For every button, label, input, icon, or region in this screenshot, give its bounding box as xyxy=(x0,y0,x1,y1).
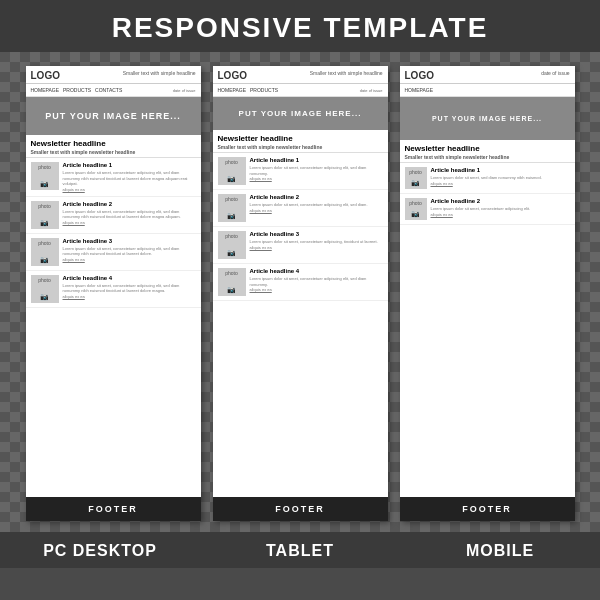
desktop-header: LOGO Smaller text with simple headline xyxy=(26,66,201,84)
tablet-photo-2: photo 📷 xyxy=(218,194,246,222)
tablet-newsletter-sub: Smaller text with simple newsletter head… xyxy=(218,144,383,150)
desktop-article-content-4: Article headline 4 Lorem ipsum dolor sit… xyxy=(63,275,196,299)
mobile-camera-icon-2: 📷 xyxy=(411,210,420,218)
mobile-article-link-2[interactable]: aliquis ex ea xyxy=(431,212,570,217)
tablet-article-link-1[interactable]: aliquis ex ea xyxy=(250,176,383,181)
desktop-article-4: photo 📷 Article headline 4 Lorem ipsum d… xyxy=(26,271,201,308)
mobile-footer: FOOTER xyxy=(400,497,575,521)
mobile-photo-label-2: photo xyxy=(409,200,422,206)
mobile-nav-links: HOMEPAGE xyxy=(405,87,434,93)
mobile-header-text: date of issue xyxy=(541,70,569,77)
label-mobile: MOBILE xyxy=(400,542,600,560)
mobile-photo-2: photo 📷 xyxy=(405,198,427,220)
tablet-newsletter: Newsletter headline Smaller text with si… xyxy=(213,130,388,153)
label-tablet: TABLET xyxy=(200,542,400,560)
mobile-article-content-1: Article headline 1 Lorem ipsum dolor sit… xyxy=(431,167,570,186)
tablet-newsletter-headline: Newsletter headline xyxy=(218,134,383,143)
mobile-nav-homepage[interactable]: HOMEPAGE xyxy=(405,87,434,93)
desktop-photo-2: photo 📷 xyxy=(31,201,59,229)
photo-label-1: photo xyxy=(38,164,51,170)
desktop-articles: photo 📷 Article headline 1 Lorem ipsum d… xyxy=(26,158,201,497)
desktop-article-link-4[interactable]: aliquis ex ea xyxy=(63,294,196,299)
desktop-article-link-1[interactable]: aliquis ex ea xyxy=(63,187,196,192)
desktop-article-text-2: Lorem ipsum dolor sit amet, consectetuer… xyxy=(63,209,196,220)
desktop-article-1: photo 📷 Article headline 1 Lorem ipsum d… xyxy=(26,158,201,197)
mobile-photo-1: photo 📷 xyxy=(405,167,427,189)
tablet-photo-1: photo 📷 xyxy=(218,157,246,185)
tablet-footer: FOOTER xyxy=(213,497,388,521)
tablet-camera-icon-2: 📷 xyxy=(227,212,236,220)
mobile-camera-icon-1: 📷 xyxy=(411,179,420,187)
photo-label-3: photo xyxy=(38,240,51,246)
desktop-nav: HOMEPAGE PRODUCTS CONTACTS date of issue xyxy=(26,84,201,97)
tablet-article-link-3[interactable]: aliquis ex ea xyxy=(250,245,383,250)
mobile-newsletter-headline: Newsletter headline xyxy=(405,144,570,153)
photo-label-2: photo xyxy=(38,203,51,209)
camera-icon-2: 📷 xyxy=(40,219,49,227)
tablet-photo-label-1: photo xyxy=(225,159,238,165)
mobile-article-content-2: Article headline 2 Lorem ipsum dolor sit… xyxy=(431,198,570,217)
desktop-article-content-2: Article headline 2 Lorem ipsum dolor sit… xyxy=(63,201,196,225)
mobile-header: LOGO date of issue xyxy=(400,66,575,84)
desktop-article-link-2[interactable]: aliquis ex ea xyxy=(63,220,196,225)
desktop-article-content-3: Article headline 3 Lorem ipsum dolor sit… xyxy=(63,238,196,262)
desktop-article-text-3: Lorem ipsum dolor sit amet, consectetuer… xyxy=(63,246,196,257)
nav-products[interactable]: PRODUCTS xyxy=(63,87,91,93)
desktop-footer: FOOTER xyxy=(26,497,201,521)
tablet-article-text-3: Lorem ipsum dolor sit amet, consectetuer… xyxy=(250,239,383,245)
tablet-article-link-4[interactable]: aliquis ex ea xyxy=(250,287,383,292)
label-desktop: PC DESKTOP xyxy=(0,542,200,560)
tablet-article-text-2: Lorem ipsum dolor sit amet, consectetuer… xyxy=(250,202,383,208)
mobile-article-headline-2: Article headline 2 xyxy=(431,198,570,204)
desktop-article-text-4: Lorem ipsum dolor sit amet, consectetuer… xyxy=(63,283,196,294)
mobile-logo: LOGO xyxy=(405,70,434,81)
tablet-article-link-2[interactable]: aliquis ex ea xyxy=(250,208,383,213)
nav-contacts[interactable]: CONTACTS xyxy=(95,87,122,93)
tablet-article-content-1: Article headline 1 Lorem ipsum dolor sit… xyxy=(250,157,383,181)
desktop-article-link-3[interactable]: aliquis ex ea xyxy=(63,257,196,262)
tablet-nav: HOMEPAGE PRODUCTS date of issue xyxy=(213,84,388,97)
tablet-template: LOGO Smaller text with simple headline H… xyxy=(213,66,388,521)
tablet-article-text-1: Lorem ipsum dolor sit amet, consectetuer… xyxy=(250,165,383,176)
page-title: RESPONSIVE TEMPLATE xyxy=(0,0,600,52)
mobile-article-photo-1: photo 📷 Article headline 1 Lorem ipsum d… xyxy=(400,163,575,194)
tablet-article-2: photo 📷 Article headline 2 Lorem ipsum d… xyxy=(213,190,388,227)
tablet-nav-products[interactable]: PRODUCTS xyxy=(250,87,278,93)
tablet-article-3: photo 📷 Article headline 3 Lorem ipsum d… xyxy=(213,227,388,264)
tablet-article-content-3: Article headline 3 Lorem ipsum dolor sit… xyxy=(250,231,383,250)
desktop-article-text-1: Lorem ipsum dolor sit amet, consectetuer… xyxy=(63,170,196,187)
camera-icon-1: 📷 xyxy=(40,180,49,188)
mobile-template: LOGO date of issue HOMEPAGE PUT YOUR IMA… xyxy=(400,66,575,521)
tablet-article-headline-1: Article headline 1 xyxy=(250,157,383,163)
nav-homepage[interactable]: HOMEPAGE xyxy=(31,87,60,93)
desktop-hero: PUT YOUR IMAGE HERE... xyxy=(26,97,201,135)
templates-area: LOGO Smaller text with simple headline H… xyxy=(0,52,600,532)
desktop-date: date of issue xyxy=(173,88,196,93)
desktop-photo-1: photo 📷 xyxy=(31,162,59,190)
tablet-camera-icon-4: 📷 xyxy=(227,286,236,294)
tablet-nav-links: HOMEPAGE PRODUCTS xyxy=(218,87,279,93)
desktop-article-content-1: Article headline 1 Lorem ipsum dolor sit… xyxy=(63,162,196,192)
mobile-nav: HOMEPAGE xyxy=(400,84,575,97)
tablet-date: date of issue xyxy=(360,88,383,93)
desktop-template: LOGO Smaller text with simple headline H… xyxy=(26,66,201,521)
desktop-newsletter-headline: Newsletter headline xyxy=(31,139,196,148)
tablet-article-4: photo 📷 Article headline 4 Lorem ipsum d… xyxy=(213,264,388,301)
tablet-camera-icon-3: 📷 xyxy=(227,249,236,257)
desktop-header-text: Smaller text with simple headline xyxy=(123,70,196,77)
desktop-article-3: photo 📷 Article headline 3 Lorem ipsum d… xyxy=(26,234,201,271)
tablet-article-headline-4: Article headline 4 xyxy=(250,268,383,274)
tablet-nav-homepage[interactable]: HOMEPAGE xyxy=(218,87,247,93)
desktop-nav-links: HOMEPAGE PRODUCTS CONTACTS xyxy=(31,87,123,93)
desktop-article-headline-1: Article headline 1 xyxy=(63,162,196,168)
mobile-newsletter-sub: Smaller text with simple newsletter head… xyxy=(405,154,570,160)
tablet-photo-3: photo 📷 xyxy=(218,231,246,259)
mobile-articles: photo 📷 Article headline 1 Lorem ipsum d… xyxy=(400,163,575,497)
tablet-article-headline-3: Article headline 3 xyxy=(250,231,383,237)
tablet-article-headline-2: Article headline 2 xyxy=(250,194,383,200)
mobile-article-link-1[interactable]: aliquis ex ea xyxy=(431,181,570,186)
tablet-article-1: photo 📷 Article headline 1 Lorem ipsum d… xyxy=(213,153,388,190)
tablet-header-text: Smaller text with simple headline xyxy=(310,70,383,77)
desktop-photo-4: photo 📷 xyxy=(31,275,59,303)
photo-label-4: photo xyxy=(38,277,51,283)
